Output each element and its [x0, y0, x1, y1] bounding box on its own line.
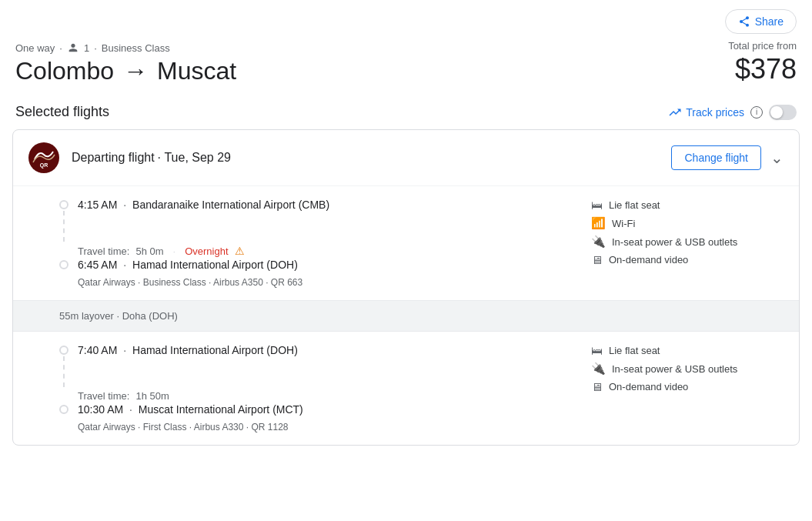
collapse-icon[interactable]: ⌄ [770, 149, 784, 167]
warning-icon: ⚠ [235, 245, 245, 257]
stop-line-1 [63, 211, 65, 242]
flight-card-header-right: Change flight ⌄ [671, 145, 784, 170]
airline-logo: QR [28, 142, 59, 173]
seg1-arrive-airport: Hamad International Airport (DOH) [132, 259, 298, 271]
seg1-airline: Qatar Airways [78, 277, 135, 288]
change-flight-button[interactable]: Change flight [671, 145, 761, 170]
seg2-arrive-time: 10:30 AM [78, 403, 123, 416]
stop-line-2 [63, 356, 65, 387]
depart-stop-row-2: 7:40 AM · Hamad International Airport (D… [59, 344, 591, 387]
passengers: 1 [84, 42, 89, 54]
stop-circle-3 [59, 346, 69, 355]
seg2-amenities: 🛏 Lie flat seat 🔌 In-seat power & USB ou… [591, 344, 784, 432]
seg2-depart-airport: Hamad International Airport (DOH) [132, 344, 298, 356]
amenity-lie-flat: 🛏 Lie flat seat [591, 199, 784, 212]
amenity-lie-flat-label: Lie flat seat [609, 199, 660, 211]
seg2-amenity-video-label: On-demand video [609, 381, 688, 392]
seg2-travel-time: 1h 50m [135, 390, 169, 402]
arrive-stop-row-2: 10:30 AM · Muscat International Airport … [59, 403, 591, 416]
seg1-amenities: 🛏 Lie flat seat 📶 Wi-Fi 🔌 In-seat power … [591, 199, 784, 288]
arrive-info-1: 6:45 AM · Hamad International Airport (D… [78, 259, 298, 271]
stop-circle-4 [59, 405, 69, 414]
amenity-wifi: 📶 Wi-Fi [591, 216, 784, 230]
segment-1-left: 4:15 AM · Bandaranaike International Air… [59, 199, 591, 288]
share-label: Share [755, 15, 784, 28]
seg1-depart-time: 4:15 AM [78, 199, 117, 211]
depart-info: 4:15 AM · Bandaranaike International Air… [78, 199, 329, 211]
wifi-icon: 📶 [591, 216, 606, 230]
travel-time-row-1: Travel time: 5h 0m · Overnight ⚠ [78, 245, 591, 257]
seg2-amenity-power: 🔌 In-seat power & USB outlets [591, 362, 784, 376]
flight-segment-1: 4:15 AM · Bandaranaike International Air… [13, 186, 799, 300]
seg1-flight-number: QR 663 [271, 277, 302, 288]
share-button[interactable]: Share [725, 9, 797, 34]
seg2-amenity-lie-flat: 🛏 Lie flat seat [591, 344, 784, 357]
travel-time-label-2: Travel time: [78, 390, 129, 402]
seg2-depart-time: 7:40 AM [78, 344, 117, 356]
seg2-cabin: First Class [143, 422, 187, 432]
travel-time-label-1: Travel time: [78, 245, 129, 257]
cabin-class: Business Class [102, 42, 170, 54]
svg-text:QR: QR [40, 162, 48, 169]
trip-meta: One way · 1 · Business Class [15, 42, 728, 54]
video-icon: 🖥 [591, 253, 603, 266]
seg2-aircraft: Airbus A330 [194, 422, 244, 432]
seg2-arrive-airport: Muscat International Airport (MCT) [139, 403, 303, 416]
depart-info-2: 7:40 AM · Hamad International Airport (D… [78, 344, 298, 356]
segment-2-left: 7:40 AM · Hamad International Airport (D… [59, 344, 591, 432]
layover-duration: 55m layover [59, 310, 114, 322]
selected-flights-title: Selected flights [15, 104, 109, 120]
origin: Colombo [15, 57, 114, 85]
header-section: One way · 1 · Business Class Colombo → M… [0, 40, 812, 98]
top-bar: Share [0, 0, 812, 40]
amenity-power-label: In-seat power & USB outlets [612, 236, 737, 248]
info-icon[interactable]: i [750, 106, 763, 119]
seg2-amenity-lie-flat-label: Lie flat seat [609, 345, 660, 356]
stop-indicator-2 [59, 259, 69, 269]
flight-date: Tue, Sep 29 [164, 151, 231, 164]
stop-indicator-4 [59, 403, 69, 414]
track-prices-area: Track prices i [668, 105, 797, 120]
seg1-arrive-time: 6:45 AM [78, 259, 117, 271]
seg2-amenity-video: 🖥 On-demand video [591, 380, 784, 393]
flight-card-header-left: QR Departing flight · Tue, Sep 29 [28, 142, 231, 173]
depart-stop-row: 4:15 AM · Bandaranaike International Air… [59, 199, 591, 242]
flight-segment-2: 7:40 AM · Hamad International Airport (D… [13, 332, 799, 445]
flight-header-title-group: Departing flight · Tue, Sep 29 [72, 151, 231, 165]
stop-circle-2 [59, 260, 69, 269]
track-prices-link[interactable]: Track prices [668, 105, 744, 119]
person-icon [67, 42, 79, 54]
share-icon [738, 15, 750, 28]
destination: Muscat [157, 57, 236, 85]
seg2-flight-number: QR 1128 [251, 422, 288, 432]
seg2-airline-info: Qatar Airways · First Class · Airbus A33… [78, 422, 591, 432]
travel-time-row-2: Travel time: 1h 50m [78, 390, 591, 402]
stop-indicator-3 [59, 344, 69, 387]
trip-type: One way [15, 42, 55, 54]
flight-card-header: QR Departing flight · Tue, Sep 29 Change… [13, 130, 799, 186]
amenity-wifi-label: Wi-Fi [612, 218, 635, 229]
lie-flat-icon: 🛏 [591, 199, 603, 212]
seg2-amenity-power-label: In-seat power & USB outlets [612, 363, 737, 375]
route-title: Colombo → Muscat [15, 57, 728, 85]
selected-flights-bar: Selected flights Track prices i [0, 98, 812, 129]
arrive-info-2: 10:30 AM · Muscat International Airport … [78, 403, 303, 416]
departing-label: Departing flight [72, 151, 155, 164]
seg1-airline-info: Qatar Airways · Business Class · Airbus … [78, 277, 591, 288]
track-prices-toggle[interactable] [769, 105, 797, 120]
layover-location: Doha (DOH) [122, 310, 178, 322]
stop-indicator-1 [59, 199, 69, 242]
stop-circle-1 [59, 200, 69, 209]
route-arrow: → [123, 57, 148, 85]
amenity-video-label: On-demand video [609, 254, 688, 266]
seg2-video-icon: 🖥 [591, 380, 603, 393]
amenity-power: 🔌 In-seat power & USB outlets [591, 235, 784, 249]
price-amount: $378 [728, 53, 797, 85]
price-section: Total price from $378 [728, 40, 797, 85]
track-prices-label: Track prices [686, 106, 744, 119]
seg1-travel-time: 5h 0m [135, 245, 163, 257]
seg2-airline: Qatar Airways [78, 422, 135, 432]
trending-icon [668, 105, 682, 119]
flight-card: QR Departing flight · Tue, Sep 29 Change… [12, 129, 800, 446]
seg1-aircraft: Airbus A350 [213, 277, 263, 288]
